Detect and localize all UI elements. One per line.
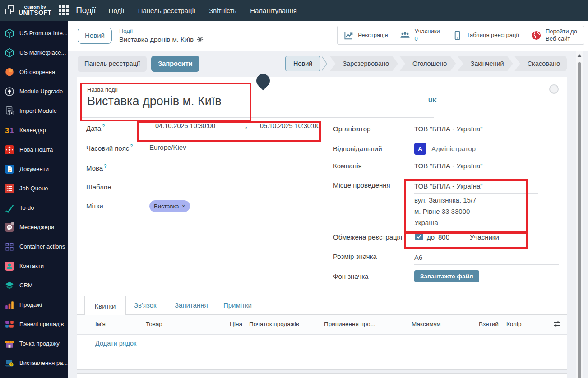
smart-button-text: Учасники 0 [414, 28, 440, 43]
sidebar-item-label: Виставлення ра... [19, 360, 68, 366]
crm-icon [4, 280, 15, 291]
sidebar-item-sales[interactable]: Продажі [0, 295, 68, 314]
avatar: A [414, 143, 426, 155]
status-ended[interactable]: Закінчений [457, 56, 513, 71]
menu-reporting[interactable]: Звітність [209, 7, 236, 14]
attendees-suffix-text: Учасники [470, 233, 499, 241]
sidebar-item-todo[interactable]: To-do [0, 198, 68, 217]
new-button[interactable]: Новий [78, 28, 112, 44]
tab-communication[interactable]: Зв'язок [134, 296, 157, 314]
registration-desk-smart-button[interactable]: Таблиця реєстрації [446, 26, 525, 44]
sidebar-item-label: Контакти [19, 263, 44, 269]
tab-notes[interactable]: Примітки [223, 296, 252, 314]
sidebar-item-us-marketplace[interactable]: US Marketplace... [0, 43, 68, 62]
max-attendees-input[interactable]: 800 [438, 233, 449, 241]
chat-bubble-icon [4, 221, 15, 233]
date-end-input[interactable]: 05.10.2025 10:30:00 [254, 122, 318, 131]
breadcrumb-events-link[interactable]: Події [119, 27, 204, 35]
menu-registration-panel[interactable]: Панель реєстрації [138, 7, 195, 14]
go-to-website-smart-button[interactable]: Перейти до Веб-сайт [525, 26, 584, 44]
tag-remove-icon[interactable]: × [182, 203, 185, 210]
attendees-smart-button[interactable]: Учасники 0 [394, 26, 445, 44]
limited-registration-checkbox[interactable] [415, 233, 423, 240]
help-question-icon[interactable]: ? [104, 163, 106, 169]
venue-name-input[interactable]: ТОВ "БПЛА - Україна" [414, 182, 483, 190]
company-input[interactable]: ТОВ "БПЛА - Україна" [414, 162, 483, 170]
sidebar-item-discuss[interactable]: Обговорення [0, 62, 68, 82]
attendees-label: Учасники [414, 28, 440, 35]
organizer-input[interactable]: ТОВ "БПЛА - Україна" [414, 125, 483, 133]
help-question-icon[interactable]: ? [102, 124, 105, 129]
status-pipeline: Новий Зарезервовано Оголошено Закінчений… [285, 51, 567, 77]
optional-columns-icon[interactable] [552, 319, 561, 328]
event-name-input[interactable]: Виставка дронів м. Київ [87, 94, 222, 108]
sidebar-item-pos[interactable]: Точка продажу [0, 334, 68, 353]
chevron-right-icon [321, 56, 328, 71]
gear-icon[interactable] [197, 36, 204, 43]
sidebar-item-label: Месенджери [19, 224, 54, 230]
venue-city[interactable]: м. Рівне 33 33000 [414, 207, 470, 215]
status-announced[interactable]: Оголошено [399, 56, 456, 71]
status-booked[interactable]: Зарезервовано [329, 56, 398, 71]
responsible-input[interactable]: Адміністратор [431, 145, 476, 152]
menu-events[interactable]: Події [109, 7, 125, 14]
company-label: Компанія [333, 162, 362, 170]
invoicing-icon: $ [4, 357, 15, 369]
limited-registration-label: Обмежена реєстрація [333, 233, 402, 241]
badge-size-input[interactable]: А6 [414, 254, 422, 261]
smart-button-label: Реєстрація [358, 32, 388, 39]
date-label: Дата? [86, 124, 105, 132]
apps-grid-icon[interactable] [59, 5, 69, 15]
registration-smart-button[interactable]: Реєстрація [338, 26, 394, 44]
sidebar-item-contacts[interactable]: Контакти [0, 256, 68, 276]
scrollbar-thumb[interactable] [578, 62, 581, 378]
sidebar-item-invoicing[interactable]: $ Виставлення ра... [0, 353, 68, 373]
breadcrumb: Події Виставка дронів м. Київ [119, 27, 204, 44]
sidebar-item-label: Import Module [19, 107, 57, 114]
field-underline [149, 194, 314, 194]
field-underline [414, 173, 541, 173]
col-sales-end: Припинення про... [324, 321, 375, 327]
shop-icon [4, 338, 15, 349]
registration-panel-button[interactable]: Панель реєстрації [78, 56, 147, 72]
sidebar-item-dashboards[interactable]: Панелі приладів [0, 314, 68, 334]
sidebar-item-documents[interactable]: Документи [0, 159, 68, 179]
sidebar-item-nova-poshta[interactable]: Нова Пошта [0, 140, 68, 159]
tag-label: Виставка [154, 203, 179, 210]
sidebar-item-us-promua[interactable]: US Prom.ua Inte... [0, 23, 68, 43]
event-name-label: Назва події [87, 86, 118, 93]
menu-settings[interactable]: Налаштування [250, 7, 297, 14]
help-question-icon[interactable]: ? [130, 143, 133, 149]
venue-country[interactable]: Україна [414, 219, 438, 226]
top-navbar: Custom by UNITSOFT Події Події Панель ре… [0, 0, 588, 21]
limited-to-text: до [427, 233, 435, 241]
sidebar-item-calendar[interactable]: 31 Календар [0, 120, 68, 140]
status-new[interactable]: Новий [285, 56, 320, 71]
tab-questions[interactable]: Запитання [175, 296, 208, 314]
tab-tickets[interactable]: Квитки [84, 296, 126, 315]
sidebar-item-crm[interactable]: CRM [0, 276, 68, 295]
sidebar-item-job-queue[interactable]: Job Queue [0, 179, 68, 198]
upload-file-button[interactable]: Завантажте файл [414, 270, 479, 282]
template-label: Шаблон [86, 183, 111, 191]
tag-vystavka[interactable]: Виставка × [149, 200, 190, 212]
sidebar-item-label: Обговорення [19, 69, 55, 75]
add-row-link[interactable]: Додати рядок [95, 340, 136, 347]
invite-button[interactable]: Запросити [151, 56, 199, 72]
sidebar-item-import-module[interactable]: Import Module [0, 101, 68, 120]
sidebar-item-messengers[interactable]: Месенджери [0, 217, 68, 237]
svg-text:$: $ [10, 363, 12, 366]
svg-text:1: 1 [9, 126, 14, 134]
date-start-input[interactable]: 04.10.2025 10:30:00 [149, 122, 235, 131]
scroll-up-arrow-icon[interactable] [577, 54, 582, 57]
app-brand-events[interactable]: Події [76, 5, 96, 15]
venue-label: Місце проведення [333, 181, 390, 189]
sidebar-item-module-upgrade[interactable]: Module Upgrade [0, 82, 68, 101]
activity-state-circle[interactable] [549, 84, 559, 94]
language-badge[interactable]: UK [428, 97, 437, 104]
sidebar-item-container-actions[interactable]: Container actions [0, 237, 68, 256]
sidebar-item-project[interactable]: Проект [0, 373, 68, 378]
timezone-input[interactable]: Europe/Kiev [149, 143, 186, 151]
status-cancelled[interactable]: Скасовано [514, 56, 567, 71]
venue-street[interactable]: вул. Залізняка, 15/7 [414, 196, 476, 204]
